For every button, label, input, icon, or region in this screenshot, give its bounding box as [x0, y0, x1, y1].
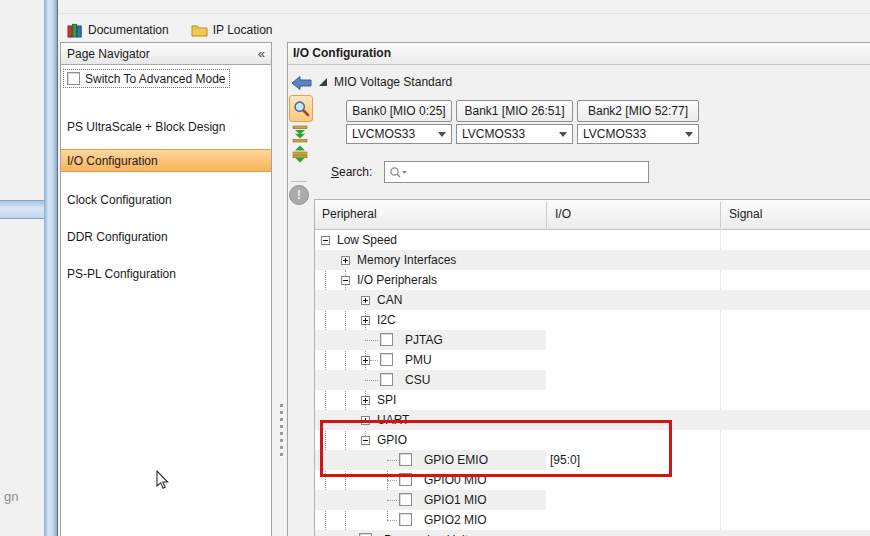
tree-expand-minus-icon[interactable] — [361, 436, 370, 445]
bank2-voltage-select[interactable]: LVCMOS33 — [577, 124, 699, 144]
tree-row-spi[interactable]: SPI — [315, 390, 870, 410]
documentation-button[interactable]: Documentation — [63, 20, 173, 40]
tree-label: PJTAG — [405, 330, 443, 350]
folder-icon — [191, 23, 208, 37]
tree-connector — [387, 460, 397, 461]
tree-row-i2c[interactable]: I2C — [315, 310, 870, 330]
tree-connector — [387, 520, 397, 521]
bank1-voltage-select[interactable]: LVCMOS33 — [456, 124, 573, 144]
advanced-mode-label: Switch To Advanced Mode — [85, 72, 226, 86]
tree-row-memory-interfaces[interactable]: Memory Interfaces — [315, 250, 870, 270]
tree-connector — [370, 360, 378, 361]
expand-all-icon[interactable] — [291, 145, 309, 163]
tree-row-processing-unit[interactable]: Processing Unit — [315, 530, 870, 536]
mio-voltage-standard-label: MIO Voltage Standard — [334, 75, 452, 89]
peripheral-checkbox[interactable] — [399, 453, 412, 466]
tree-label: Low Speed — [337, 230, 397, 250]
divider — [58, 13, 870, 14]
tree-label: CSU — [405, 370, 430, 390]
peripheral-checkbox[interactable] — [380, 353, 393, 366]
background-panel-header — [0, 200, 44, 219]
mio-voltage-standard-header[interactable]: MIO Voltage Standard — [318, 73, 452, 91]
tree-expand-plus-icon[interactable] — [341, 256, 350, 265]
dialog-surface: Documentation IP Location Page Navigator… — [58, 0, 870, 536]
search-tool-button[interactable] — [289, 95, 313, 122]
peripheral-checkbox[interactable] — [399, 493, 412, 506]
column-header-signal[interactable]: Signal — [729, 200, 762, 230]
peripheral-checkbox[interactable] — [399, 473, 412, 486]
tree-row-pmu[interactable]: PMU — [315, 350, 870, 370]
advanced-mode-row[interactable]: Switch To Advanced Mode — [63, 69, 230, 88]
collapse-panel-icon[interactable]: « — [258, 46, 265, 61]
tree-row-uart[interactable]: UART — [315, 410, 870, 430]
search-row: Search: — [331, 161, 649, 183]
tree-label: CAN — [377, 290, 402, 310]
tree-label: SPI — [377, 390, 396, 410]
tree-row-gpio-emio[interactable]: GPIO EMIO[95:0] — [315, 450, 870, 470]
bank0-button[interactable]: Bank0 [MIO 0:25] — [346, 100, 452, 122]
bank2-button[interactable]: Bank2 [MIO 52:77] — [577, 100, 699, 122]
page-navigator-header: Page Navigator « — [61, 43, 271, 65]
peripheral-checkbox[interactable] — [380, 373, 393, 386]
tree-label: PMU — [405, 350, 432, 370]
info-status-icon: ! — [289, 185, 309, 205]
column-separator — [720, 202, 721, 228]
background-text-fragment: gn — [4, 489, 18, 504]
bank1-button[interactable]: Bank1 [MIO 26:51] — [456, 100, 573, 122]
tree-label: GPIO2 MIO — [424, 510, 487, 530]
tree-expand-plus-icon[interactable] — [361, 356, 370, 365]
tree-expand-plus-icon[interactable] — [361, 296, 370, 305]
tree-connector — [387, 500, 397, 501]
io-range-value: [95:0] — [550, 450, 580, 470]
tree-connector — [365, 340, 378, 341]
sidebar-item-io-configuration[interactable]: I/O Configuration — [61, 149, 271, 172]
tree-expand-plus-icon[interactable] — [361, 416, 370, 425]
tree-expand-plus-icon[interactable] — [361, 316, 370, 325]
sidebar-item-ps-pl-configuration[interactable]: PS-PL Configuration — [61, 263, 271, 286]
chevron-down-icon — [685, 132, 693, 137]
sidebar-item-ps-ultrascale-block-design[interactable]: PS UltraScale + Block Design — [61, 116, 271, 139]
table-header: Peripheral I/O Signal — [315, 200, 870, 230]
tree-row-can[interactable]: CAN — [315, 290, 870, 310]
bank2-voltage-value: LVCMOS33 — [583, 127, 646, 141]
tree-label: GPIO EMIO — [424, 450, 488, 470]
peripherals-table: Peripheral I/O Signal Low SpeedMemory In… — [314, 199, 870, 536]
tree-label: UART — [377, 410, 409, 430]
section-expanded-twisty-icon — [318, 77, 328, 87]
column-header-peripheral[interactable]: Peripheral — [322, 200, 377, 230]
peripheral-checkbox[interactable] — [399, 513, 412, 526]
tree-row-gpio[interactable]: GPIO — [315, 430, 870, 450]
tree-label: I/O Peripherals — [357, 270, 437, 290]
sidebar-item-clock-configuration[interactable]: Clock Configuration — [61, 189, 271, 212]
bank0-voltage-select[interactable]: LVCMOS33 — [346, 124, 452, 144]
peripheral-checkbox[interactable] — [380, 333, 393, 346]
tree-row-gpio1-mio[interactable]: GPIO1 MIO — [315, 490, 870, 510]
chevron-down-icon — [559, 132, 567, 137]
dialog-toolbar: Documentation IP Location — [58, 18, 277, 42]
tree-connector — [365, 380, 378, 381]
tree-label: GPIO1 MIO — [424, 490, 487, 510]
tree-expand-plus-icon[interactable] — [361, 396, 370, 405]
search-input[interactable] — [384, 161, 649, 183]
tree-expand-minus-icon[interactable] — [321, 236, 330, 245]
vivado-recustomize-ip-window: gn Documentation IP Location — [0, 0, 870, 536]
tree-row-gpio0-mio[interactable]: GPIO0 MIO — [315, 470, 870, 490]
back-arrow-icon[interactable] — [291, 75, 312, 91]
tree-row-csu[interactable]: CSU — [315, 370, 870, 390]
tree-row-gpio2-mio[interactable]: GPIO2 MIO — [315, 510, 870, 530]
advanced-mode-checkbox[interactable] — [67, 72, 80, 85]
panel-splitter-handle[interactable] — [277, 404, 285, 456]
page-navigator-title: Page Navigator — [67, 47, 150, 61]
ip-location-button[interactable]: IP Location — [187, 21, 277, 39]
io-configuration-panel: I/O Configuration — [287, 42, 870, 536]
collapse-all-icon[interactable] — [291, 125, 309, 143]
sidebar-item-ddr-configuration[interactable]: DDR Configuration — [61, 226, 271, 249]
toolbar-separator — [291, 181, 307, 182]
tree-row-i-o-peripherals[interactable]: I/O Peripherals — [315, 270, 870, 290]
tree-expand-minus-icon[interactable] — [341, 276, 350, 285]
column-header-io[interactable]: I/O — [555, 200, 571, 230]
tree-row-low-speed[interactable]: Low Speed — [315, 230, 870, 250]
tree-row-pjtag[interactable]: PJTAG — [315, 330, 870, 350]
tree-label: GPIO — [377, 430, 407, 450]
search-filter-icon[interactable] — [389, 166, 409, 179]
